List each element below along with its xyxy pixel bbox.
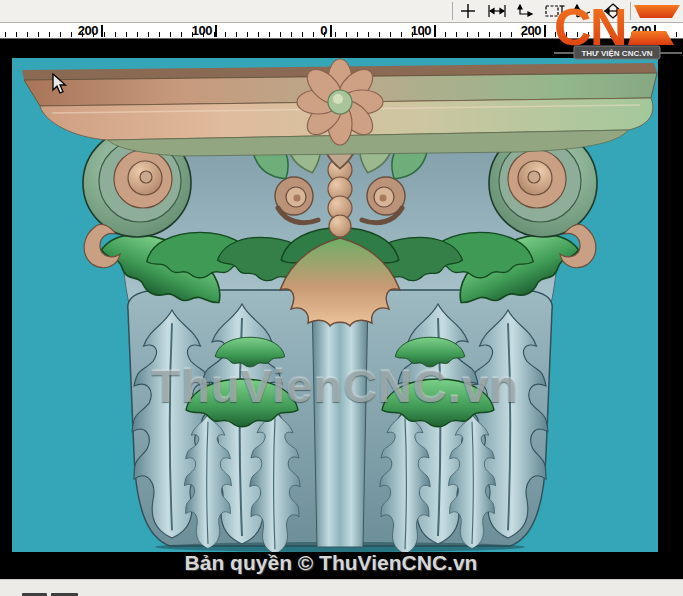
ruler-minor-tick <box>368 32 369 37</box>
logo-stylized-c <box>628 5 680 45</box>
ruler-minor-tick <box>467 32 468 37</box>
ruler-label: 200 <box>78 23 98 38</box>
model-viewport[interactable]: ThuVienCNC.vn <box>12 58 658 552</box>
ruler-minor-tick <box>379 32 380 37</box>
ruler-minor-tick <box>225 32 226 37</box>
ruler-label: 100 <box>192 23 212 38</box>
ruler-major-tick <box>330 25 332 37</box>
ruler-minor-tick <box>27 32 28 37</box>
ruler-minor-tick <box>401 32 402 37</box>
ruler-minor-tick <box>302 32 303 37</box>
ruler-minor-tick <box>258 32 259 37</box>
ruler-minor-tick <box>126 32 127 37</box>
ruler-minor-tick <box>489 32 490 37</box>
ruler-major-tick <box>544 25 546 37</box>
ruler-minor-tick <box>445 32 446 37</box>
ruler-minor-tick <box>313 32 314 37</box>
ruler-label: 100 <box>411 23 431 38</box>
ruler-label: 200 <box>521 23 541 38</box>
status-bar <box>0 579 683 596</box>
measure-path-icon[interactable] <box>515 1 537 20</box>
crosshair-point-icon[interactable] <box>457 1 479 20</box>
ruler-minor-tick <box>60 32 61 37</box>
ruler-major-tick <box>101 25 103 37</box>
ruler-minor-tick <box>269 32 270 37</box>
ruler-label: 0 <box>320 23 327 38</box>
ruler-minor-tick <box>16 32 17 37</box>
ruler-minor-tick <box>500 32 501 37</box>
ruler-minor-tick <box>38 32 39 37</box>
ruler-minor-tick <box>346 32 347 37</box>
ruler-minor-tick <box>104 32 105 37</box>
ruler-minor-tick <box>335 32 336 37</box>
ruler-minor-tick <box>247 32 248 37</box>
ruler-minor-tick <box>137 32 138 37</box>
ruler-major-tick <box>434 25 436 37</box>
ruler-minor-tick <box>49 32 50 37</box>
ruler-minor-tick <box>390 32 391 37</box>
ruler-minor-tick <box>181 32 182 37</box>
ruler-minor-tick <box>170 32 171 37</box>
ruler-minor-tick <box>291 32 292 37</box>
copyright-footer: Bản quyền © ThuVienCNC.vn <box>0 551 662 579</box>
ruler-minor-tick <box>5 32 6 37</box>
thuviencnc-logo: C N THƯ VIỆN CNC.VN <box>554 1 682 61</box>
logo-tagline: THƯ VIỆN CNC.VN <box>581 49 652 58</box>
corinthian-capital-relief <box>12 58 658 552</box>
ruler-major-tick <box>215 25 217 37</box>
ruler-minor-tick <box>511 32 512 37</box>
ruler-minor-tick <box>280 32 281 37</box>
ruler-minor-tick <box>236 32 237 37</box>
ruler-minor-tick <box>159 32 160 37</box>
application-window: 2001000100200300 <box>0 0 683 596</box>
measure-distance-icon[interactable] <box>486 1 508 20</box>
ruler-minor-tick <box>148 32 149 37</box>
ruler-minor-tick <box>115 32 116 37</box>
ruler-minor-tick <box>456 32 457 37</box>
ruler-minor-tick <box>478 32 479 37</box>
ruler-minor-tick <box>71 32 72 37</box>
toolbar-separator <box>452 2 453 20</box>
ruler-minor-tick <box>357 32 358 37</box>
